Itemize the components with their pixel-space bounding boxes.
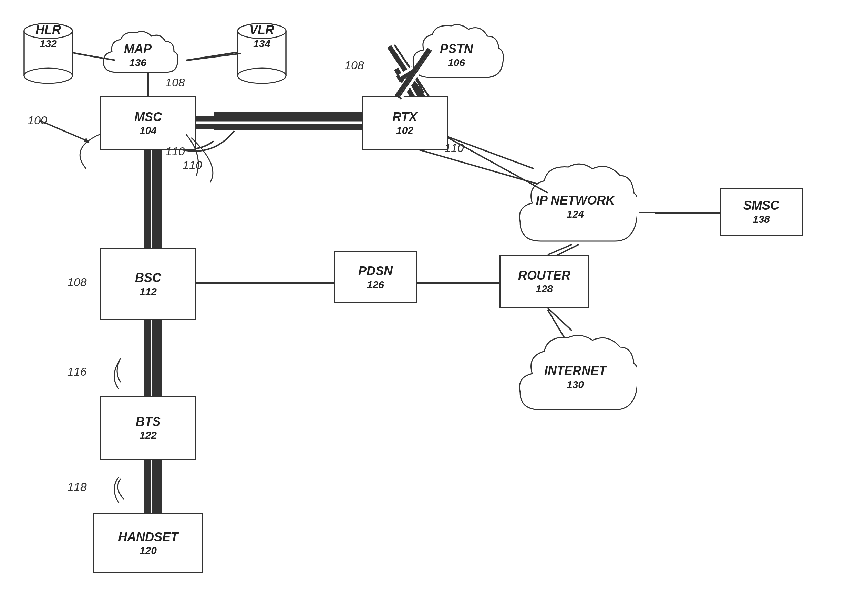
svg-line-58 [548, 308, 572, 330]
svg-line-57 [548, 245, 572, 255]
svg-line-47 [399, 50, 432, 97]
svg-line-45 [398, 50, 431, 97]
svg-line-43 [188, 53, 241, 60]
svg-line-53 [448, 138, 548, 193]
network-diagram: 100 HLR 132 VLR 134 [0, 0, 845, 616]
svg-line-46 [401, 50, 434, 97]
svg-line-42 [75, 53, 115, 60]
top-connections [0, 0, 845, 616]
